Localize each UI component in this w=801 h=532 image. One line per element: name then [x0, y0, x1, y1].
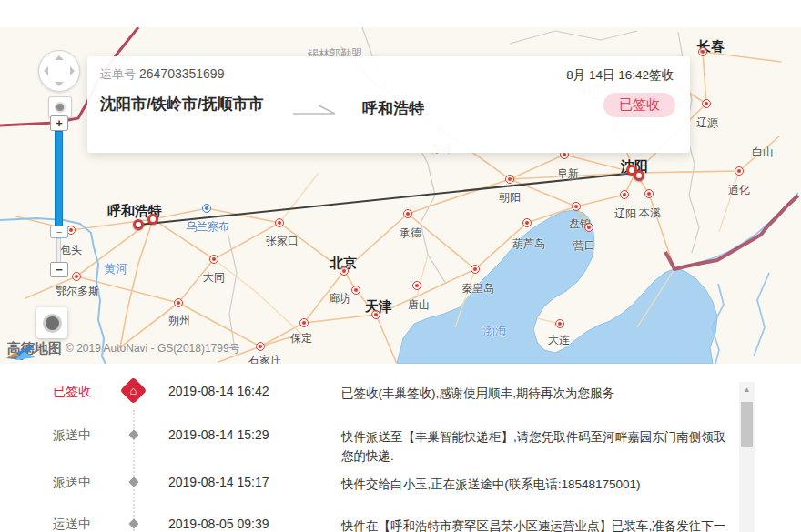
- timestamp: 2019-08-05 09:39: [168, 517, 269, 531]
- route-endpoint-marker: [634, 170, 644, 181]
- node-diamond-icon: [128, 477, 138, 487]
- city-marker-icon: [412, 281, 421, 290]
- map-pan-control[interactable]: [38, 50, 80, 92]
- status-badge: 已签收: [603, 93, 675, 117]
- map-city-label: 承德: [400, 226, 421, 241]
- map-city-label: 葫芦岛: [512, 236, 545, 252]
- city-marker-icon: [351, 286, 360, 295]
- origin-city: 沈阳市/铁岭市/抚顺市市: [100, 91, 279, 117]
- city-marker-icon: [698, 47, 707, 56]
- timestamp: 2019-08-14 15:17: [168, 475, 269, 489]
- tracking-timeline: 已签收⌂2019-08-14 16:42已签收(丰巢签收),感谢使用顺丰,期待再…: [0, 368, 801, 532]
- map-city-label: 营口: [573, 238, 595, 254]
- scrollbar-up-arrow-icon[interactable]: ▲: [739, 386, 755, 394]
- map-city-label: 大连: [548, 333, 570, 348]
- zoom-out-button[interactable]: −: [50, 262, 68, 277]
- city-marker-icon: [202, 204, 211, 213]
- scrollbar-thumb[interactable]: [741, 402, 753, 447]
- map-city-label: 朔州: [168, 313, 190, 328]
- city-marker-icon: [471, 265, 480, 274]
- map-city-label: 鄂尔多斯: [56, 284, 99, 299]
- border-line: [665, 196, 798, 269]
- waybill-label: 运单号: [100, 67, 136, 81]
- map-city-label: 张家口: [266, 234, 299, 249]
- map-city-label: 通化: [728, 183, 750, 198]
- map-city-label: 保定: [290, 331, 312, 346]
- city-marker-icon: [371, 310, 380, 319]
- event-description: 快件派送至【丰巢智能快递柜】,请您凭取件码至河畔嘉园东门南侧领取您的快递.: [341, 427, 735, 466]
- city-marker-icon: [644, 189, 654, 198]
- pan-right-icon[interactable]: [70, 66, 75, 75]
- map-city-label: 乌兰察布: [186, 219, 229, 235]
- status-label: 派送中: [53, 475, 91, 491]
- city-marker-icon: [555, 319, 564, 328]
- map-city-label: 辽阳: [614, 206, 636, 222]
- event-description: 已签收(丰巢签收),感谢使用顺丰,期待再次为您服务: [341, 384, 735, 403]
- event-description: 快件交给白小玉,正在派送途中(联系电话:18548175001): [341, 475, 735, 494]
- city-marker-icon: [620, 190, 629, 199]
- map-city-label: 阜新: [557, 166, 579, 182]
- node-diamond-icon: [128, 429, 138, 439]
- timeline-scrollbar[interactable]: ▲: [739, 382, 755, 532]
- city-marker-icon: [584, 223, 593, 232]
- map-city-label: 唐山: [408, 297, 430, 313]
- map-city-label: 石家庄: [248, 353, 281, 364]
- city-marker-icon: [340, 266, 349, 276]
- map-copyright: © 2019 AutoNavi - GS(2018)1799号: [66, 341, 240, 356]
- city-marker-icon: [299, 318, 309, 327]
- zoom-slider-track[interactable]: [55, 131, 63, 227]
- delivered-home-icon: ⌂: [120, 377, 147, 405]
- zoom-slider-track-lower[interactable]: [56, 238, 61, 264]
- map-city-label: 白山: [752, 145, 774, 160]
- route-endpoint-marker: [147, 214, 158, 225]
- map-city-label: 包头: [60, 243, 82, 258]
- map-city-label: 朝阳: [499, 190, 521, 206]
- map-city-label: 大同: [203, 270, 225, 286]
- map-city-label: 渤海: [483, 323, 507, 339]
- city-marker-icon: [505, 175, 514, 184]
- pan-up-icon[interactable]: [55, 55, 64, 60]
- shipment-info-card: 运单号264703351699 8月 14日 16:42签收 沈阳市/铁岭市/抚…: [87, 56, 690, 153]
- status-label: 已签收: [53, 384, 91, 400]
- city-marker-icon: [174, 298, 183, 307]
- map-attribution: 高德地图 © 2019 AutoNavi - GS(2018)1799号: [5, 340, 240, 357]
- timestamp: 2019-08-14 16:42: [168, 384, 269, 398]
- city-marker-icon: [209, 255, 218, 264]
- map-city-label: 秦皇岛: [461, 281, 494, 296]
- city-marker-icon: [572, 202, 581, 211]
- status-label: 运送中: [53, 517, 91, 532]
- route-arrow-icon: [291, 102, 339, 122]
- destination-city: 呼和浩特: [362, 98, 424, 119]
- amap-logo-icon: [5, 340, 38, 362]
- city-marker-icon: [403, 209, 412, 218]
- status-label: 派送中: [53, 427, 91, 444]
- city-marker-icon: [275, 218, 284, 227]
- waybill-number: 264703351699: [139, 66, 224, 81]
- waybill-row: 运单号264703351699: [100, 66, 224, 83]
- zoom-in-button[interactable]: +: [50, 115, 68, 131]
- city-marker-icon: [702, 99, 711, 108]
- node-diamond-icon: [128, 518, 138, 528]
- locate-button[interactable]: [36, 307, 67, 338]
- map-city-label: 本溪: [639, 206, 661, 221]
- map-city-label: 廊坊: [329, 291, 350, 306]
- route-endpoint-marker: [133, 219, 144, 230]
- city-marker-icon: [522, 218, 532, 227]
- map-city-label: 黄河: [104, 261, 127, 277]
- zoom-slider-handle[interactable]: −: [50, 226, 68, 238]
- city-marker-icon: [256, 342, 265, 351]
- city-marker-icon: [735, 166, 744, 176]
- timestamp: 2019-08-14 15:29: [168, 427, 269, 442]
- map-city-label: 辽源: [696, 115, 718, 131]
- pan-down-icon[interactable]: [55, 82, 64, 86]
- delivery-time: 8月 14日 16:42签收: [566, 67, 674, 84]
- pan-left-icon[interactable]: [44, 66, 48, 75]
- timeline-connector: [133, 410, 135, 532]
- event-description: 快件在【呼和浩特市赛罕区昌荣小区速运营业点】已装车,准备发往下一站: [341, 517, 735, 532]
- city-marker-icon: [72, 272, 81, 281]
